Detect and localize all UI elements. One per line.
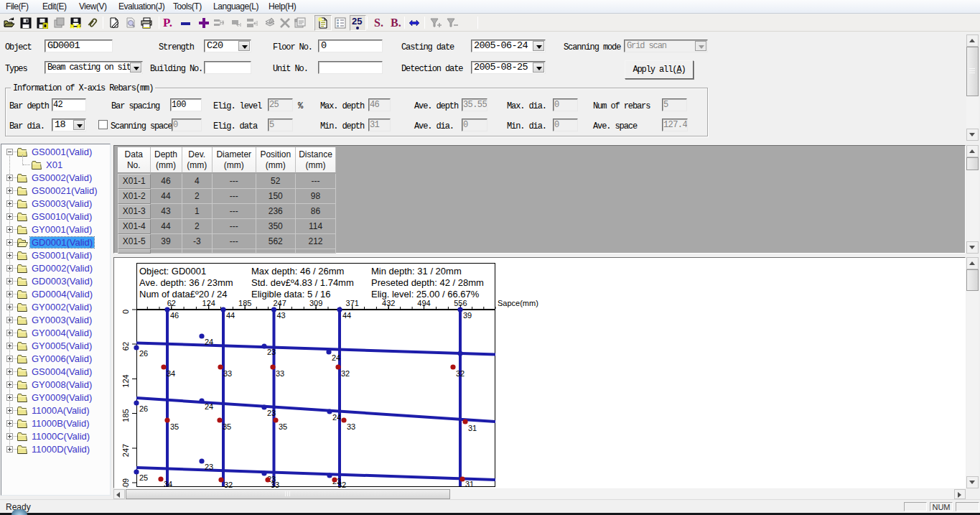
svg-text:33: 33 (347, 422, 355, 431)
svg-text:33: 33 (271, 481, 279, 488)
svg-text:44: 44 (342, 311, 351, 320)
svg-text:32: 32 (337, 481, 346, 488)
svg-text:26: 26 (139, 404, 148, 413)
svg-text:33: 33 (223, 369, 232, 378)
svg-text:124: 124 (202, 299, 215, 307)
svg-text:24: 24 (205, 402, 213, 411)
svg-text:Min depth: 31 / 20mm: Min depth: 31 / 20mm (371, 266, 462, 277)
svg-text:309: 309 (309, 299, 322, 307)
svg-text:247: 247 (273, 299, 286, 307)
svg-text:25: 25 (139, 473, 148, 482)
svg-text:62: 62 (167, 299, 176, 307)
svg-text:23: 23 (205, 463, 213, 471)
svg-text:32: 32 (224, 481, 233, 488)
svg-text:43: 43 (277, 311, 286, 320)
svg-text:432: 432 (382, 299, 395, 307)
svg-text:Max depth: 46 / 26mm: Max depth: 46 / 26mm (251, 266, 344, 277)
svg-text:44: 44 (226, 311, 235, 320)
svg-text:23: 23 (267, 348, 276, 356)
svg-text:35: 35 (223, 422, 231, 431)
svg-text:35: 35 (279, 422, 287, 431)
svg-text:Std. dev£º4.83 / 1.74mm: Std. dev£º4.83 / 1.74mm (251, 277, 354, 288)
svg-text:Preseted depth: 42 / 28mm: Preseted depth: 42 / 28mm (371, 277, 484, 288)
svg-text:32: 32 (341, 369, 350, 378)
svg-text:33: 33 (276, 369, 284, 378)
svg-text:23: 23 (267, 409, 276, 417)
svg-text:556: 556 (454, 299, 467, 307)
svg-text:Eligible data: 5 / 16: Eligible data: 5 / 16 (251, 289, 331, 300)
svg-text:35: 35 (170, 422, 179, 431)
svg-text:185: 185 (121, 409, 130, 422)
svg-text:Num of data£º20 / 24: Num of data£º20 / 24 (139, 289, 228, 300)
svg-text:494: 494 (417, 299, 430, 307)
svg-text:46: 46 (170, 311, 179, 320)
svg-text:247: 247 (121, 444, 130, 457)
svg-text:32: 32 (456, 369, 465, 378)
svg-text:Elig. level: 25.00 / 66.67%: Elig. level: 25.00 / 66.67% (371, 289, 480, 300)
svg-text:371: 371 (346, 299, 359, 307)
svg-text:62: 62 (121, 342, 130, 351)
svg-text:124: 124 (121, 374, 130, 387)
svg-text:24: 24 (332, 353, 340, 362)
svg-text:34: 34 (167, 369, 175, 378)
svg-text:26: 26 (139, 349, 148, 358)
svg-text:309: 309 (121, 478, 130, 488)
svg-text:Ave. depth: 36 / 23mm: Ave. depth: 36 / 23mm (139, 277, 233, 288)
svg-text:34: 34 (164, 480, 172, 488)
svg-text:24: 24 (332, 413, 341, 422)
svg-text:31: 31 (465, 480, 474, 488)
svg-text:39: 39 (463, 311, 472, 320)
svg-text:Sapce(mm): Sapce(mm) (498, 299, 538, 307)
svg-text:0: 0 (121, 310, 130, 314)
svg-text:Object: GD0001: Object: GD0001 (139, 266, 206, 277)
svg-text:24: 24 (205, 338, 213, 346)
svg-text:31: 31 (468, 424, 477, 432)
svg-text:185: 185 (238, 299, 251, 307)
